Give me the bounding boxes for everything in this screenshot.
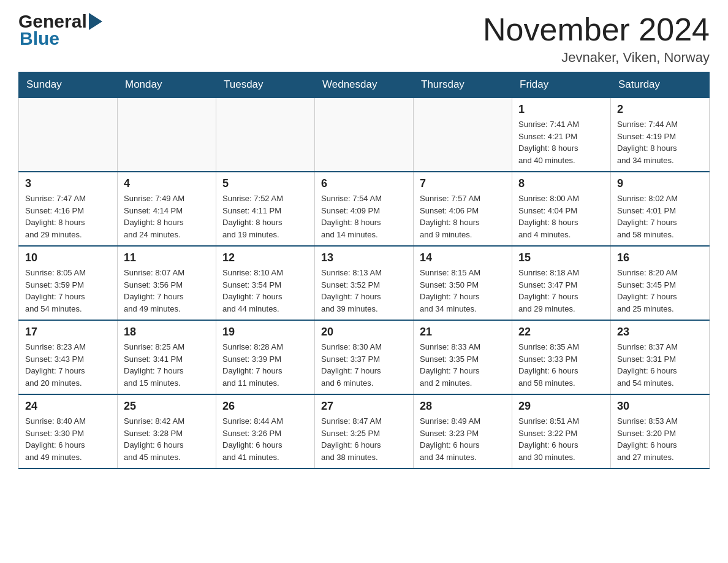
calendar-cell: 5Sunrise: 7:52 AMSunset: 4:11 PMDaylight…	[216, 172, 315, 246]
day-number: 21	[420, 326, 506, 339]
calendar-cell: 17Sunrise: 8:23 AMSunset: 3:43 PMDayligh…	[19, 320, 118, 394]
title-area: November 2024 Jevnaker, Viken, Norway	[483, 12, 710, 66]
calendar-cell: 21Sunrise: 8:33 AMSunset: 3:35 PMDayligh…	[414, 320, 512, 394]
day-number: 12	[222, 251, 308, 264]
calendar-cell: 9Sunrise: 8:02 AMSunset: 4:01 PMDaylight…	[611, 172, 710, 246]
calendar-cell: 28Sunrise: 8:49 AMSunset: 3:23 PMDayligh…	[414, 394, 512, 469]
day-info: Sunrise: 8:30 AMSunset: 3:37 PMDaylight:…	[321, 341, 407, 389]
col-header-wednesday: Wednesday	[315, 72, 414, 98]
day-info: Sunrise: 8:25 AMSunset: 3:41 PMDaylight:…	[124, 341, 210, 389]
calendar-cell: 29Sunrise: 8:51 AMSunset: 3:22 PMDayligh…	[512, 394, 611, 469]
day-info: Sunrise: 8:49 AMSunset: 3:23 PMDaylight:…	[420, 415, 506, 463]
col-header-thursday: Thursday	[414, 72, 512, 98]
logo: General Blue	[18, 12, 104, 49]
calendar-cell: 15Sunrise: 8:18 AMSunset: 3:47 PMDayligh…	[512, 246, 611, 320]
logo-arrow-icon	[89, 13, 102, 30]
page-title: November 2024	[483, 12, 710, 47]
calendar-cell: 23Sunrise: 8:37 AMSunset: 3:31 PMDayligh…	[611, 320, 710, 394]
calendar-cell: 24Sunrise: 8:40 AMSunset: 3:30 PMDayligh…	[19, 394, 118, 469]
calendar-week-3: 10Sunrise: 8:05 AMSunset: 3:59 PMDayligh…	[19, 246, 710, 320]
day-info: Sunrise: 8:28 AMSunset: 3:39 PMDaylight:…	[222, 341, 308, 389]
calendar-cell: 18Sunrise: 8:25 AMSunset: 3:41 PMDayligh…	[118, 320, 216, 394]
calendar-header-row: SundayMondayTuesdayWednesdayThursdayFrid…	[19, 72, 710, 98]
col-header-sunday: Sunday	[19, 72, 118, 98]
calendar-cell: 26Sunrise: 8:44 AMSunset: 3:26 PMDayligh…	[216, 394, 315, 469]
col-header-friday: Friday	[512, 72, 611, 98]
day-info: Sunrise: 8:18 AMSunset: 3:47 PMDaylight:…	[518, 267, 604, 315]
day-number: 4	[124, 177, 210, 190]
day-number: 27	[321, 400, 407, 413]
calendar-table: SundayMondayTuesdayWednesdayThursdayFrid…	[18, 72, 710, 469]
day-info: Sunrise: 7:47 AMSunset: 4:16 PMDaylight:…	[25, 193, 111, 240]
day-info: Sunrise: 7:49 AMSunset: 4:14 PMDaylight:…	[124, 193, 210, 240]
page-subtitle: Jevnaker, Viken, Norway	[483, 50, 710, 66]
calendar-week-2: 3Sunrise: 7:47 AMSunset: 4:16 PMDaylight…	[19, 172, 710, 246]
svg-marker-0	[89, 13, 102, 30]
day-info: Sunrise: 8:35 AMSunset: 3:33 PMDaylight:…	[518, 341, 604, 389]
day-number: 2	[617, 103, 703, 116]
day-number: 1	[518, 103, 604, 116]
day-number: 26	[222, 400, 308, 413]
calendar-week-4: 17Sunrise: 8:23 AMSunset: 3:43 PMDayligh…	[19, 320, 710, 394]
day-number: 7	[420, 177, 506, 190]
day-info: Sunrise: 8:20 AMSunset: 3:45 PMDaylight:…	[617, 267, 703, 315]
calendar-cell: 19Sunrise: 8:28 AMSunset: 3:39 PMDayligh…	[216, 320, 315, 394]
calendar-cell: 10Sunrise: 8:05 AMSunset: 3:59 PMDayligh…	[19, 246, 118, 320]
calendar-cell: 11Sunrise: 8:07 AMSunset: 3:56 PMDayligh…	[118, 246, 216, 320]
day-info: Sunrise: 8:42 AMSunset: 3:28 PMDaylight:…	[124, 415, 210, 463]
day-info: Sunrise: 8:47 AMSunset: 3:25 PMDaylight:…	[321, 415, 407, 463]
day-info: Sunrise: 8:40 AMSunset: 3:30 PMDaylight:…	[25, 415, 111, 463]
day-number: 16	[617, 251, 703, 264]
calendar-week-1: 1Sunrise: 7:41 AMSunset: 4:21 PMDaylight…	[19, 98, 710, 172]
day-info: Sunrise: 7:57 AMSunset: 4:06 PMDaylight:…	[420, 193, 506, 240]
col-header-saturday: Saturday	[611, 72, 710, 98]
day-info: Sunrise: 8:15 AMSunset: 3:50 PMDaylight:…	[420, 267, 506, 315]
day-info: Sunrise: 7:54 AMSunset: 4:09 PMDaylight:…	[321, 193, 407, 240]
day-info: Sunrise: 8:05 AMSunset: 3:59 PMDaylight:…	[25, 267, 111, 315]
day-info: Sunrise: 7:52 AMSunset: 4:11 PMDaylight:…	[222, 193, 308, 240]
day-number: 17	[25, 326, 111, 339]
col-header-tuesday: Tuesday	[216, 72, 315, 98]
day-number: 10	[25, 251, 111, 264]
day-number: 5	[222, 177, 308, 190]
day-number: 13	[321, 251, 407, 264]
day-number: 24	[25, 400, 111, 413]
day-number: 11	[124, 251, 210, 264]
day-number: 18	[124, 326, 210, 339]
calendar-cell: 4Sunrise: 7:49 AMSunset: 4:14 PMDaylight…	[118, 172, 216, 246]
day-info: Sunrise: 8:23 AMSunset: 3:43 PMDaylight:…	[25, 341, 111, 389]
day-number: 14	[420, 251, 506, 264]
day-info: Sunrise: 8:02 AMSunset: 4:01 PMDaylight:…	[617, 193, 703, 240]
day-info: Sunrise: 8:10 AMSunset: 3:54 PMDaylight:…	[222, 267, 308, 315]
day-number: 3	[25, 177, 111, 190]
day-number: 15	[518, 251, 604, 264]
day-info: Sunrise: 8:53 AMSunset: 3:20 PMDaylight:…	[617, 415, 703, 463]
logo-blue-text: Blue	[20, 28, 59, 49]
calendar-cell: 14Sunrise: 8:15 AMSunset: 3:50 PMDayligh…	[414, 246, 512, 320]
calendar-cell: 8Sunrise: 8:00 AMSunset: 4:04 PMDaylight…	[512, 172, 611, 246]
day-number: 23	[617, 326, 703, 339]
calendar-cell: 25Sunrise: 8:42 AMSunset: 3:28 PMDayligh…	[118, 394, 216, 469]
calendar-cell	[315, 98, 414, 172]
day-number: 20	[321, 326, 407, 339]
day-number: 28	[420, 400, 506, 413]
day-info: Sunrise: 8:00 AMSunset: 4:04 PMDaylight:…	[518, 193, 604, 240]
calendar-cell: 2Sunrise: 7:44 AMSunset: 4:19 PMDaylight…	[611, 98, 710, 172]
calendar-cell: 13Sunrise: 8:13 AMSunset: 3:52 PMDayligh…	[315, 246, 414, 320]
day-number: 6	[321, 177, 407, 190]
calendar-cell: 22Sunrise: 8:35 AMSunset: 3:33 PMDayligh…	[512, 320, 611, 394]
calendar-cell: 27Sunrise: 8:47 AMSunset: 3:25 PMDayligh…	[315, 394, 414, 469]
calendar-cell: 30Sunrise: 8:53 AMSunset: 3:20 PMDayligh…	[611, 394, 710, 469]
col-header-monday: Monday	[118, 72, 216, 98]
day-number: 30	[617, 400, 703, 413]
calendar-cell: 1Sunrise: 7:41 AMSunset: 4:21 PMDaylight…	[512, 98, 611, 172]
day-info: Sunrise: 8:33 AMSunset: 3:35 PMDaylight:…	[420, 341, 506, 389]
day-number: 25	[124, 400, 210, 413]
calendar-week-5: 24Sunrise: 8:40 AMSunset: 3:30 PMDayligh…	[19, 394, 710, 469]
calendar-cell: 16Sunrise: 8:20 AMSunset: 3:45 PMDayligh…	[611, 246, 710, 320]
calendar-cell: 20Sunrise: 8:30 AMSunset: 3:37 PMDayligh…	[315, 320, 414, 394]
day-info: Sunrise: 8:07 AMSunset: 3:56 PMDaylight:…	[124, 267, 210, 315]
calendar-cell	[118, 98, 216, 172]
calendar-cell: 7Sunrise: 7:57 AMSunset: 4:06 PMDaylight…	[414, 172, 512, 246]
calendar-cell	[414, 98, 512, 172]
